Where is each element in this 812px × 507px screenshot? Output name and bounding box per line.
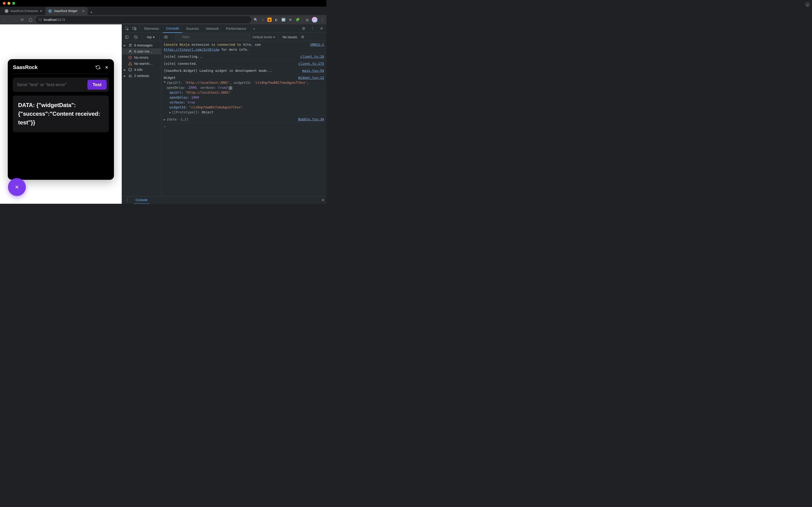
tab-title: SaasRock Widget <box>54 9 77 13</box>
console-prompt[interactable]: › <box>161 123 326 129</box>
extension-gear-icon[interactable]: ❋ <box>288 17 293 22</box>
console-settings-icon[interactable]: ⚙ <box>299 34 306 41</box>
log-source-link[interactable]: Widget.tsx:12 <box>298 75 324 80</box>
expand-icon[interactable]: ▶ <box>164 118 165 121</box>
tab-saasrock-enterprise[interactable]: ◎ SaasRock Enterprise ✕ <box>2 7 45 15</box>
inspect-element-icon[interactable] <box>123 25 131 32</box>
sidebar-item-errors[interactable]: No errors <box>122 54 161 61</box>
svg-rect-3 <box>125 36 128 39</box>
tab-sources[interactable]: Sources <box>183 24 202 33</box>
devtools-close-icon[interactable]: ✕ <box>318 25 325 32</box>
tab-console[interactable]: Console <box>163 24 182 33</box>
maximize-window-button[interactable] <box>12 2 15 5</box>
object-preview: {apiUrl: 'http://localhost:3001', widget… <box>166 80 324 90</box>
extension-a-icon[interactable]: a <box>267 17 271 22</box>
close-icon[interactable] <box>105 65 109 70</box>
log-entry[interactable]: [vite] connected. client.ts:175 <box>161 60 326 67</box>
console-output: Console Ninja extension is connected to … <box>161 41 326 196</box>
console-sidebar: ▶ ☰ 6 messages 6 user me… No err <box>122 41 161 196</box>
sidebar-item-user-messages[interactable]: 6 user me… <box>122 48 161 54</box>
clear-console-icon[interactable] <box>132 34 139 41</box>
log-entry[interactable]: [SaasRock.Widget] Loading widget in deve… <box>161 67 326 74</box>
log-source-link[interactable]: main.tsx:54 <box>302 68 324 73</box>
live-expression-icon[interactable] <box>162 34 169 41</box>
message-input[interactable] <box>15 80 85 90</box>
sidebar-item-info[interactable]: ▶ 4 info <box>122 67 161 73</box>
drawer-close-icon[interactable]: ✕ <box>321 198 324 202</box>
log-source-link[interactable]: Bubble.tsx:34 <box>298 117 324 122</box>
drawer-menu-icon[interactable]: ⋮ <box>124 197 131 204</box>
extension-toggle-icon[interactable]: ◐ <box>274 17 278 22</box>
widget-title: SaasRock <box>13 64 38 70</box>
svg-point-18 <box>129 75 131 77</box>
devtools: Elements Console Sources Network Perform… <box>122 24 326 204</box>
expand-icon: ▶ <box>124 68 126 71</box>
error-icon <box>128 56 132 59</box>
widget-card: SaasRock Test DATA: {"widgetData":{"succ… <box>8 59 114 180</box>
log-source-link[interactable]: client.ts:175 <box>298 61 324 66</box>
browser-menu-icon[interactable]: ⋮ <box>320 17 324 22</box>
tab-elements[interactable]: Elements <box>141 24 162 33</box>
expand-icon[interactable]: ▶ <box>169 111 171 114</box>
close-tab-icon[interactable]: ✕ <box>40 9 43 13</box>
settings-icon[interactable]: ⚙ <box>300 25 307 32</box>
sidebar-item-warnings[interactable]: No warnin… <box>122 61 161 67</box>
profile-avatar[interactable] <box>312 17 317 22</box>
svg-line-22 <box>129 77 130 77</box>
refresh-icon[interactable] <box>96 65 100 70</box>
browser-tabs: ◎ SaasRock Enterprise ✕ 🌐 SaasRock Widge… <box>0 7 326 15</box>
test-button[interactable]: Test <box>87 80 107 90</box>
log-source-link[interactable]: client.ts:19 <box>300 54 324 59</box>
tab-network[interactable]: Network <box>203 24 222 33</box>
reload-button[interactable]: ⟳ <box>19 16 26 23</box>
svg-point-7 <box>165 36 166 38</box>
tab-performance[interactable]: Performance <box>223 24 250 33</box>
window-controls <box>3 2 15 5</box>
widget-fab-close[interactable] <box>8 178 26 196</box>
drawer-tab-console[interactable]: Console <box>134 196 149 204</box>
chevron-down-icon: ▾ <box>153 35 155 39</box>
issues-status[interactable]: No Issues <box>283 35 297 39</box>
tab-favicon: ◎ <box>5 9 8 13</box>
log-levels-selector[interactable]: Default levels ▾ <box>252 35 275 39</box>
zoom-icon[interactable]: 🔍 <box>253 17 258 22</box>
side-panel-icon[interactable]: ▤ <box>305 17 309 22</box>
tab-more[interactable]: » <box>250 24 258 33</box>
address-bar[interactable]: ⓘ localhost:5173 <box>36 16 251 23</box>
forward-button[interactable]: → <box>10 16 17 23</box>
new-tab-button[interactable]: + <box>88 10 95 15</box>
site-info-icon[interactable]: ⓘ <box>39 17 42 22</box>
context-selector[interactable]: top ▾ <box>145 34 156 40</box>
log-source-link[interactable]: VM852:1 <box>310 42 324 52</box>
log-entry[interactable]: ▶{data: {…}} Bubble.tsx:34 <box>161 116 326 123</box>
close-window-button[interactable] <box>3 2 6 5</box>
sidebar-item-verbose[interactable]: ▶ 2 verbose <box>122 73 161 79</box>
tab-saasrock-widget[interactable]: 🌐 SaasRock Widget ✕ <box>45 7 88 15</box>
extension-translate-icon[interactable]: 🔤 <box>281 17 286 22</box>
collapse-icon[interactable]: ▼ <box>164 80 165 84</box>
tab-favicon: 🌐 <box>48 9 52 13</box>
minimize-window-button[interactable] <box>7 2 10 5</box>
extensions-icon[interactable]: 🧩 <box>295 17 300 22</box>
back-button[interactable]: ← <box>2 16 8 23</box>
chevron-down-icon: ▾ <box>273 35 275 39</box>
devtools-menu-icon[interactable]: ⋮ <box>309 25 316 32</box>
toggle-sidebar-icon[interactable] <box>123 34 131 41</box>
url-host: localhost <box>44 18 57 21</box>
input-row: Test <box>13 78 109 92</box>
log-entry[interactable]: [vite] connecting... client.ts:19 <box>161 53 326 60</box>
info-icon <box>128 68 132 72</box>
sidebar-item-messages[interactable]: ▶ ☰ 6 messages <box>122 42 161 48</box>
home-button[interactable] <box>27 16 34 23</box>
expand-icon: ▶ <box>124 75 126 77</box>
filter-input[interactable] <box>175 34 250 40</box>
svg-rect-1 <box>133 27 136 30</box>
warning-icon <box>128 62 132 65</box>
close-tab-icon[interactable]: ✕ <box>82 9 85 13</box>
bookmark-icon[interactable]: ☆ <box>260 17 265 22</box>
log-entry-object[interactable]: Widget Widget.tsx:12 ▼ {apiUrl: 'http://… <box>161 74 326 116</box>
device-toolbar-icon[interactable] <box>131 25 138 32</box>
log-entry[interactable]: Console Ninja extension is connected to … <box>161 41 326 53</box>
log-link[interactable]: https://tinyurl.com/2vt8jxzw <box>164 48 219 51</box>
list-icon: ☰ <box>128 44 132 47</box>
